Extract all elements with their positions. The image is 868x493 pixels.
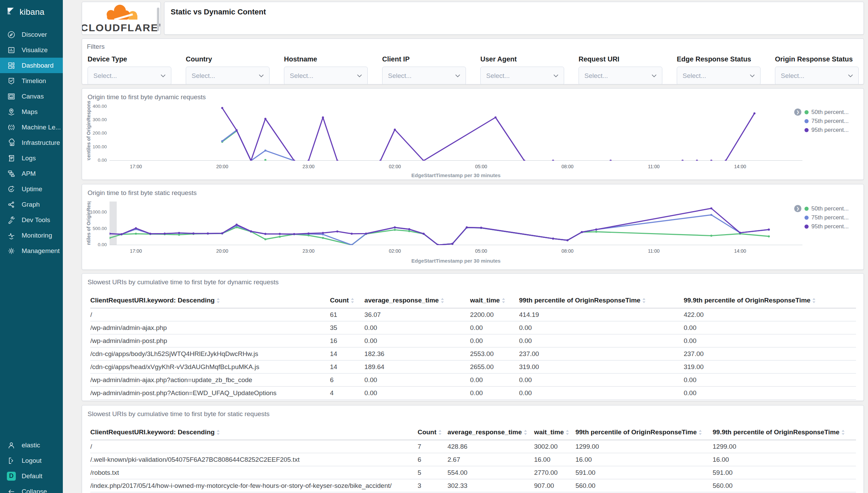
panel-scrollbar-thumb[interactable] [157,8,159,31]
legend-expand-icon[interactable]: ❯ [794,205,801,212]
table-cell: 0.00 [364,334,470,347]
filter-select-user-agent[interactable]: Select... [480,67,564,84]
column-header-wait-time[interactable]: wait_time [470,292,519,308]
sidebar-item-maps[interactable]: Maps [0,104,63,119]
sort-icon[interactable] [640,297,646,304]
sidebar-item-monitoring[interactable]: Monitoring [0,228,63,243]
table-cell: /wp-admin/admin-post.php [90,334,330,347]
dashboard-icon [7,61,16,70]
table-cell: 3 [418,479,447,492]
select-placeholder: Select... [290,72,313,80]
filter-group-user-agent: User AgentSelect... [480,55,564,84]
table-row: /wp-admin/admin-ajax.php350.000.000.000.… [90,321,856,334]
table-cell: 0.00 [519,387,684,400]
table-cell: 16 [330,334,364,347]
chart-legend: ❯50th percent...75th percent...95th perc… [804,204,859,231]
sort-icon[interactable] [840,428,845,436]
legend-expand-icon[interactable]: ❯ [794,108,801,116]
chevron-down-icon [161,73,165,79]
sidebar-item-timelion[interactable]: Timelion [0,73,63,89]
column-header-count[interactable]: Count [330,292,364,308]
column-header-99-9th-percentile-of-originresponsetime[interactable]: 99.9th percentile of OriginResponseTime [713,424,856,440]
table-cell: 0.00 [470,387,519,400]
x-axis-tick: 20:00 [216,164,228,169]
column-header-clientrequesturi-keyword-descending[interactable]: ClientRequestURI.keyword: Descending [90,292,330,308]
x-axis-tick: 23:00 [302,164,315,169]
sort-icon[interactable] [564,428,569,436]
sort-icon[interactable] [439,297,444,304]
sort-icon[interactable] [215,297,220,304]
table-cell: 0.00 [519,321,684,334]
column-header-average-response-time[interactable]: average_response_time [364,292,470,308]
filter-select-origin-response-status[interactable]: Select... [775,67,859,84]
table-cell: 61 [330,308,364,321]
sort-icon[interactable] [436,428,442,436]
sidebar-item-dashboard[interactable]: Dashboard [0,58,63,73]
column-header-99th-percentile-of-originresponsetime[interactable]: 99th percentile of OriginResponseTime [575,424,713,440]
column-header-count[interactable]: Count [418,424,447,440]
sidebar-item-canvas[interactable]: Canvas [0,89,63,104]
filter-select-country[interactable]: Select... [186,67,270,84]
chevron-down-icon [455,73,460,79]
sort-icon[interactable] [697,428,702,436]
filter-select-client-ip[interactable]: Select... [382,67,466,84]
legend-item[interactable]: 50th percent... [804,108,859,117]
sidebar-footer-logout[interactable]: Logout [0,453,63,468]
discover-icon [7,30,16,39]
legend-item[interactable]: 75th percent... [804,213,859,222]
column-header-wait-time[interactable]: wait_time [534,424,575,440]
sidebar-footer-default[interactable]: DDefault [0,468,63,484]
table-row: /index.php/2017/05/14/how-i-owned-my-mot… [90,479,856,492]
x-axis-tick: 14:00 [734,164,746,169]
filters-panel-title: Filters [87,43,105,50]
sidebar-item-uptime[interactable]: Uptime [0,181,63,197]
sidebar-item-graph[interactable]: Graph [0,197,63,212]
sidebar-item-machine-le[interactable]: Machine Le... [0,119,63,135]
legend-item[interactable]: 95th percent... [804,222,859,231]
x-axis-tick: 23:00 [302,248,315,254]
table-cell: 0.00 [519,334,684,347]
legend-series-dot-icon [804,128,809,132]
sidebar-item-infrastructure[interactable]: Infrastructure [0,135,63,150]
filter-label-hostname: Hostname [284,55,368,63]
data-table: ClientRequestURI.keyword: DescendingCoun… [90,292,856,401]
kibana-brand[interactable]: kibana [0,0,63,24]
sidebar-item-label: Management [22,247,60,255]
legend-item[interactable]: 75th percent... [804,117,859,126]
sort-icon[interactable] [349,297,354,304]
table-cell: 237.00 [684,347,856,360]
column-header-label: average_response_time [447,428,522,436]
cloudflare-cloud-icon [100,3,143,23]
sidebar-item-discover[interactable]: Discover [0,27,63,42]
table-cell: 6 [330,374,364,387]
column-header-99th-percentile-of-originresponsetime[interactable]: 99th percentile of OriginResponseTime [519,292,684,308]
sidebar-item-apm[interactable]: APM [0,166,63,181]
column-header-99-9th-percentile-of-originresponsetime[interactable]: 99.9th percentile of OriginResponseTime [684,292,856,308]
sort-icon[interactable] [810,297,816,304]
legend-item[interactable]: 50th percent... [804,204,859,213]
table-cell: 302.33 [447,479,534,492]
column-header-label: 99.9th percentile of OriginResponseTime [713,428,840,436]
table-cell: /wp-admin/admin-ajax.php [90,321,330,334]
column-header-average-response-time[interactable]: average_response_time [447,424,534,440]
sidebar-item-visualize[interactable]: Visualize [0,42,63,58]
filter-select-device-type[interactable]: Select... [88,67,171,84]
uptime-icon [7,185,16,194]
table-row: /cdn-cgi/apps/head/xVgyKhR-vV3dAUGhMqfBc… [90,360,856,374]
sidebar-footer-collapse[interactable]: Collapse [0,484,63,493]
x-axis-tick: 14:00 [734,248,746,254]
sort-icon[interactable] [500,297,505,304]
column-header-clientrequesturi-keyword-descending[interactable]: ClientRequestURI.keyword: Descending [90,424,418,440]
legend-item[interactable]: 95th percent... [804,126,859,135]
sort-icon[interactable] [522,428,527,436]
sidebar-item-logs[interactable]: Logs [0,150,63,166]
sort-icon[interactable] [215,428,220,436]
sidebar-footer-elastic[interactable]: elastic [0,437,63,453]
filter-select-edge-response-status[interactable]: Select... [677,67,761,84]
filter-select-request-uri[interactable]: Select... [579,67,662,84]
sidebar-item-management[interactable]: Management [0,243,63,259]
table-cell: 422.00 [684,308,856,321]
filter-select-hostname[interactable]: Select... [284,67,368,84]
sidebar-item-dev-tools[interactable]: Dev Tools [0,212,63,228]
table-cell: 0.00 [684,334,856,347]
